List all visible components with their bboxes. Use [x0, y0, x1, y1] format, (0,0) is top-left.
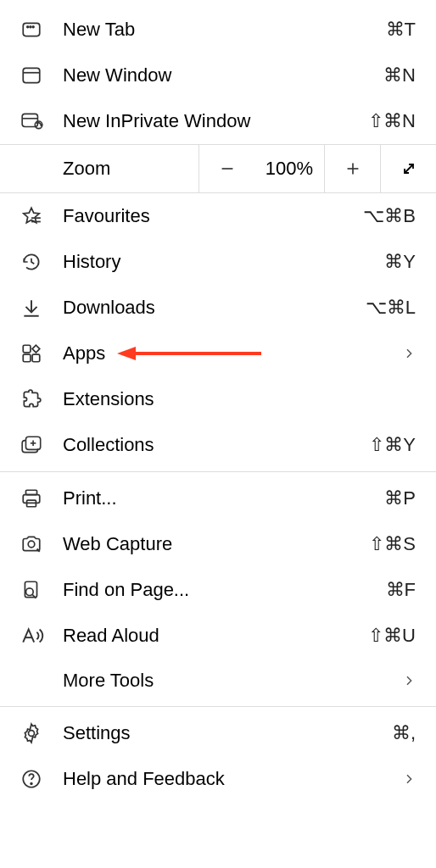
svg-point-32: [29, 731, 35, 737]
menu-label: Apps: [63, 342, 402, 364]
menu-shortcut: ⇧⌘U: [368, 625, 416, 647]
menu-item-find[interactable]: Find on Page... ⌘F: [0, 567, 436, 613]
inprivate-icon: [20, 109, 48, 133]
menu-item-downloads[interactable]: Downloads ⌥⌘L: [0, 285, 436, 331]
menu-label: More Tools: [63, 670, 402, 692]
divider: [0, 706, 436, 707]
svg-point-29: [26, 588, 34, 596]
menu-label: New Window: [63, 64, 383, 86]
menu-item-new-tab[interactable]: New Tab ⌘T: [0, 7, 436, 53]
menu-shortcut: ⇧⌘S: [369, 533, 416, 555]
read-aloud-icon: [20, 624, 48, 648]
svg-point-27: [28, 541, 35, 548]
zoom-label: Zoom: [0, 145, 198, 192]
chevron-right-icon: [402, 343, 416, 364]
menu-label: History: [63, 251, 384, 273]
svg-rect-17: [32, 354, 40, 362]
download-icon: [20, 296, 48, 320]
browser-menu: New Tab ⌘T New Window ⌘N New InPrivate W…: [0, 0, 436, 809]
menu-shortcut: ⌘Y: [384, 251, 416, 273]
menu-item-collections[interactable]: Collections ⇧⌘Y: [0, 422, 436, 468]
menu-item-new-window[interactable]: New Window ⌘N: [0, 53, 436, 98]
menu-shortcut: ⇧⌘N: [368, 110, 416, 132]
camera-icon: [20, 532, 48, 556]
menu-shortcut: ⌘P: [384, 487, 416, 509]
menu-shortcut: ⌥⌘L: [366, 297, 416, 319]
menu-shortcut: ⌘T: [386, 19, 416, 41]
star-icon: [20, 204, 48, 228]
chevron-right-icon: [402, 670, 416, 691]
menu-item-settings[interactable]: Settings ⌘,: [0, 710, 436, 756]
chevron-right-icon: [402, 769, 416, 789]
menu-shortcut: ⇧⌘Y: [369, 434, 416, 456]
svg-point-34: [31, 783, 32, 785]
menu-label: Find on Page...: [63, 579, 386, 601]
menu-label: Help and Feedback: [63, 768, 402, 790]
menu-label: Print...: [63, 487, 384, 509]
print-icon: [20, 487, 48, 510]
menu-item-read-aloud[interactable]: Read Aloud ⇧⌘U: [0, 613, 436, 659]
svg-rect-18: [23, 354, 31, 362]
menu-item-more-tools[interactable]: More Tools: [0, 659, 436, 703]
menu-label: Read Aloud: [63, 625, 368, 647]
apps-icon: [20, 342, 48, 365]
menu-label: Settings: [63, 722, 392, 744]
menu-label: Downloads: [63, 297, 366, 319]
menu-item-extensions[interactable]: Extensions: [0, 376, 436, 422]
menu-item-history[interactable]: History ⌘Y: [0, 239, 436, 285]
menu-item-apps[interactable]: Apps: [0, 331, 436, 376]
menu-shortcut: ⌘,: [392, 722, 416, 744]
menu-item-favourites[interactable]: Favourites ⌥⌘B: [0, 193, 436, 239]
zoom-controls: Zoom 100%: [0, 144, 436, 193]
collections-icon: [20, 433, 48, 457]
menu-label: Extensions: [63, 388, 416, 410]
menu-shortcut: ⌘F: [386, 579, 416, 601]
fullscreen-button[interactable]: [380, 145, 436, 192]
menu-label: New InPrivate Window: [63, 110, 368, 132]
svg-point-1: [27, 26, 29, 28]
zoom-in-button[interactable]: [324, 145, 380, 192]
menu-label: Web Capture: [63, 533, 369, 555]
menu-item-help[interactable]: Help and Feedback: [0, 756, 436, 802]
zoom-out-button[interactable]: [198, 145, 254, 192]
menu-label: Favourites: [63, 205, 363, 227]
window-icon: [20, 64, 48, 87]
gear-icon: [20, 721, 48, 745]
menu-label: New Tab: [63, 19, 386, 41]
menu-shortcut: ⌥⌘B: [363, 205, 416, 227]
menu-item-new-inprivate[interactable]: New InPrivate Window ⇧⌘N: [0, 98, 436, 144]
zoom-value: 100%: [254, 145, 324, 192]
menu-label: Collections: [63, 434, 369, 456]
puzzle-icon: [20, 387, 48, 411]
menu-item-print[interactable]: Print... ⌘P: [0, 476, 436, 521]
menu-item-web-capture[interactable]: Web Capture ⇧⌘S: [0, 521, 436, 567]
svg-rect-4: [23, 68, 40, 82]
svg-rect-25: [23, 495, 40, 504]
menu-shortcut: ⌘N: [383, 64, 416, 86]
find-icon: [20, 578, 48, 602]
history-icon: [20, 250, 48, 274]
svg-rect-0: [23, 23, 40, 36]
svg-point-3: [32, 26, 34, 28]
divider: [0, 471, 436, 472]
svg-point-2: [30, 26, 31, 28]
help-icon: [20, 767, 48, 791]
new-tab-icon: [20, 18, 48, 42]
svg-rect-16: [23, 345, 31, 353]
